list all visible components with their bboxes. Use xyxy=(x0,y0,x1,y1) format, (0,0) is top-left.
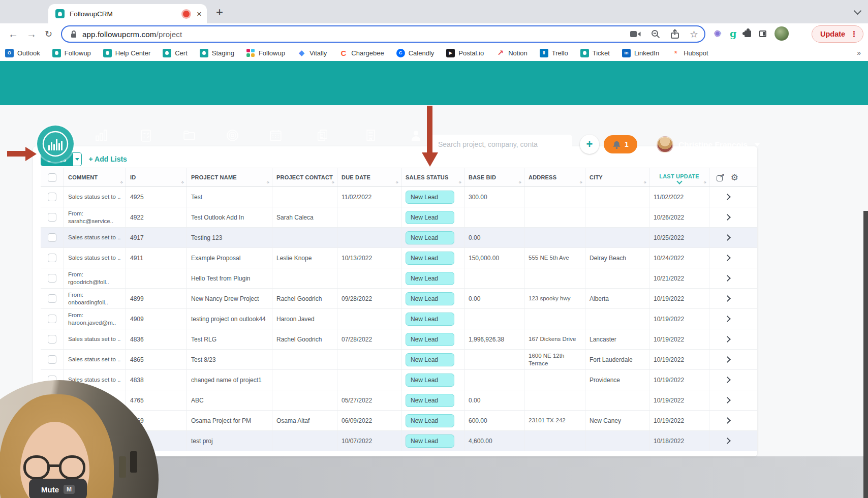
column-resize-icon[interactable]: = xyxy=(331,179,336,184)
nav-item-activities[interactable]: Activities xyxy=(132,129,161,152)
column-resize-icon[interactable]: = xyxy=(643,179,648,184)
settings-gear-icon[interactable]: ⚙ xyxy=(731,172,738,183)
column-header-comment[interactable]: COMMENT= xyxy=(64,168,126,186)
nav-item-dashboard[interactable]: Dashboard xyxy=(85,129,118,152)
column-header-due-date[interactable]: DUE DATE= xyxy=(337,168,401,186)
row-open-button[interactable] xyxy=(709,248,746,268)
column-header-project-name[interactable]: PROJECT NAME= xyxy=(187,168,272,186)
bookmark-item[interactable]: ▶Postal.io xyxy=(446,49,484,57)
bookmark-item[interactable]: inLinkedIn xyxy=(622,49,659,57)
row-checkbox[interactable] xyxy=(41,187,64,207)
app-logo[interactable] xyxy=(37,126,74,162)
bookmark-star-icon[interactable]: ☆ xyxy=(690,28,698,40)
column-header-last-update[interactable]: LAST UPDATE= xyxy=(649,168,709,186)
bookmark-item[interactable]: Help Center xyxy=(103,49,150,57)
status-badge[interactable]: New Lead xyxy=(406,252,454,265)
window-chevron-icon[interactable] xyxy=(854,7,862,15)
grammarly-icon[interactable]: g xyxy=(730,28,736,39)
browser-profile-avatar[interactable] xyxy=(774,26,789,41)
status-badge[interactable]: New Lead xyxy=(406,434,454,448)
zoom-icon[interactable] xyxy=(651,29,660,39)
notifications-button[interactable]: 1 xyxy=(604,135,637,153)
url-bar[interactable]: app.followupcrm.com/project ☆ xyxy=(61,25,705,43)
nav-item-calendar[interactable]: Calendar xyxy=(261,129,291,152)
add-lists-button[interactable]: + Add Lists xyxy=(89,155,127,163)
column-resize-icon[interactable]: = xyxy=(395,179,400,184)
row-open-button[interactable] xyxy=(709,390,746,410)
camera-icon[interactable] xyxy=(630,30,641,38)
sidebar-icon[interactable] xyxy=(759,30,766,37)
status-badge[interactable]: New Lead xyxy=(406,211,454,224)
select-all-checkbox[interactable] xyxy=(41,168,64,186)
column-header-id[interactable]: ID= xyxy=(126,168,187,186)
row-checkbox[interactable] xyxy=(41,350,64,369)
column-header-base-bid[interactable]: BASE BID= xyxy=(464,168,524,186)
column-resize-icon[interactable]: = xyxy=(180,179,185,184)
status-badge[interactable]: New Lead xyxy=(406,313,454,326)
row-checkbox[interactable] xyxy=(41,329,64,349)
status-badge[interactable]: New Lead xyxy=(406,191,454,204)
tab-close-icon[interactable]: × xyxy=(197,10,202,18)
forward-button[interactable]: → xyxy=(26,28,37,40)
column-header-sales-status[interactable]: SALES STATUS= xyxy=(401,168,464,186)
row-open-button[interactable] xyxy=(709,228,746,247)
row-checkbox[interactable] xyxy=(41,309,64,329)
column-resize-icon[interactable]: = xyxy=(458,179,463,184)
column-header-address[interactable]: ADDRESS= xyxy=(524,168,585,186)
row-checkbox[interactable] xyxy=(41,268,64,288)
row-open-button[interactable] xyxy=(709,289,746,308)
bookmark-item[interactable]: Staging xyxy=(200,49,234,57)
column-header-city[interactable]: CITY= xyxy=(585,168,649,186)
bookmark-item[interactable]: llTrello xyxy=(540,49,568,57)
nav-item-reports[interactable]: Reports xyxy=(218,129,247,152)
export-icon[interactable]: ↗ xyxy=(717,173,725,181)
mute-button[interactable]: Mute M xyxy=(29,479,87,498)
status-badge[interactable]: New Lead xyxy=(406,272,454,285)
row-open-button[interactable] xyxy=(709,207,746,227)
browser-tab[interactable]: FollowupCRM × xyxy=(48,4,207,23)
status-badge[interactable]: New Lead xyxy=(406,231,454,244)
column-resize-icon[interactable]: = xyxy=(703,179,708,184)
back-button[interactable]: ← xyxy=(8,28,18,40)
quick-add-button[interactable]: + xyxy=(580,135,599,154)
bookmarks-overflow-icon[interactable]: » xyxy=(857,49,861,57)
list-selector-dropdown[interactable] xyxy=(73,152,82,166)
extensions-puzzle-icon[interactable] xyxy=(745,30,751,37)
bookmark-item[interactable]: Cert xyxy=(163,49,188,57)
bookmark-item[interactable]: ↗Notion xyxy=(496,49,528,57)
status-badge[interactable]: New Lead xyxy=(406,292,454,305)
bookmark-item[interactable]: ◆Vitally xyxy=(297,49,327,57)
row-open-button[interactable] xyxy=(709,411,746,430)
status-badge[interactable]: New Lead xyxy=(406,353,454,366)
row-open-button[interactable] xyxy=(709,187,746,207)
row-checkbox[interactable] xyxy=(41,248,64,268)
column-header-project-contact[interactable]: PROJECT CONTACT= xyxy=(272,168,337,186)
bookmark-item[interactable]: *Hubspot xyxy=(671,49,708,57)
bookmark-item[interactable]: Ticket xyxy=(580,49,610,57)
row-open-button[interactable] xyxy=(709,309,746,329)
column-resize-icon[interactable]: = xyxy=(579,179,584,184)
row-open-button[interactable] xyxy=(709,431,746,451)
bookmark-item[interactable]: Followup xyxy=(246,49,285,57)
row-open-button[interactable] xyxy=(709,350,746,369)
column-resize-icon[interactable]: = xyxy=(518,179,523,184)
share-icon[interactable] xyxy=(670,29,679,39)
reload-button[interactable]: ↻ xyxy=(45,28,52,40)
status-badge[interactable]: New Lead xyxy=(406,414,454,427)
nav-item-companies[interactable]: Companies xyxy=(354,129,387,152)
bookmark-item[interactable]: CChargebee xyxy=(339,49,384,57)
row-checkbox[interactable] xyxy=(41,289,64,308)
user-menu[interactable]: Christine Francois xyxy=(657,136,760,153)
column-resize-icon[interactable]: = xyxy=(119,179,125,184)
row-open-button[interactable] xyxy=(709,268,746,288)
bookmark-item[interactable]: Followup xyxy=(52,49,91,57)
browser-menu-icon[interactable]: ⋮ xyxy=(850,30,858,38)
status-badge[interactable]: New Lead xyxy=(406,374,454,387)
nav-item-contacts[interactable]: Contacts xyxy=(401,129,430,152)
nav-item-projects[interactable]: Projects xyxy=(175,129,204,152)
nav-item-report-card[interactable]: Report Card xyxy=(304,129,340,152)
browser-update-button[interactable]: Update ⋮ xyxy=(812,25,863,43)
row-open-button[interactable] xyxy=(709,329,746,349)
row-checkbox[interactable] xyxy=(41,228,64,247)
extension-flower-icon[interactable]: ✺ xyxy=(714,28,722,40)
